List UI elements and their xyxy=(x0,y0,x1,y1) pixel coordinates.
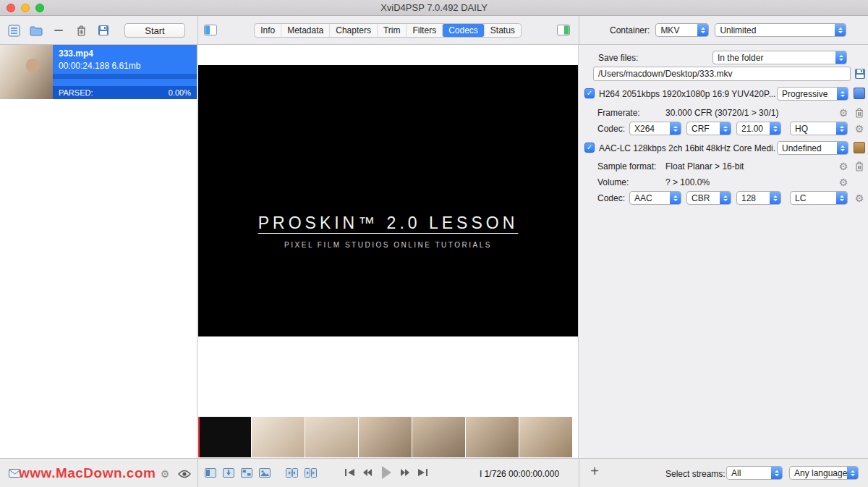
tab-metadata[interactable]: Metadata xyxy=(281,24,329,37)
split-screen-icon[interactable] xyxy=(286,468,298,478)
stepper-arrows-icon xyxy=(670,192,681,204)
volume-row: Volume: ? > 100.0% ⚙ xyxy=(579,175,868,190)
tab-chapters[interactable]: Chapters xyxy=(329,24,377,37)
scan-mode-select[interactable]: Progressive xyxy=(777,87,848,101)
video-preview[interactable]: PROSKIN™ 2.0 LESSON PIXEL FILM STUDIOS O… xyxy=(198,65,578,336)
gear-icon[interactable]: ⚙ xyxy=(838,177,849,188)
container-select[interactable]: MKV xyxy=(655,23,709,37)
add-stream-button[interactable]: + xyxy=(587,463,602,480)
sample-format-row: Sample format: Float Planar > 16-bit ⚙ xyxy=(579,159,868,174)
filmstrip-thumbnail[interactable] xyxy=(305,417,358,457)
tab-filters[interactable]: Filters xyxy=(406,24,442,37)
audio-ratemode-select[interactable]: CBR xyxy=(686,191,731,205)
container-group: Container: MKV Unlimited xyxy=(610,23,846,37)
streams-select[interactable]: All xyxy=(726,466,783,480)
toggle-settings-icon[interactable] xyxy=(557,25,570,35)
size-limit-select[interactable]: Unlimited xyxy=(715,23,846,37)
filmstrip-thumbnail[interactable] xyxy=(198,417,251,457)
save-location-select[interactable]: In the folder xyxy=(712,51,847,64)
filmstrip-thumbnail[interactable] xyxy=(252,417,305,457)
audio-stream-header: AAC-LC 128kbps 2ch 16bit 48kHz Core Medi… xyxy=(599,141,775,156)
audio-codec-select[interactable]: AAC xyxy=(629,191,681,205)
preview-window-icon[interactable] xyxy=(205,468,216,478)
stepper-arrows-icon xyxy=(770,122,780,135)
tab-codecs[interactable]: Codecs xyxy=(442,24,484,37)
compare-source-icon[interactable] xyxy=(305,468,317,478)
video-quality-select[interactable]: 21.00 xyxy=(736,122,781,135)
screenshot-icon[interactable] xyxy=(223,468,234,478)
start-button[interactable]: Start xyxy=(124,23,185,38)
skip-end-button[interactable] xyxy=(417,468,427,477)
settings-panel: Save files: In the folder ✓ H264 2051kbp… xyxy=(579,45,868,458)
minus-icon xyxy=(54,30,63,31)
sample-format-value: Float Planar > 16-bit xyxy=(665,159,744,174)
gear-icon[interactable]: ⚙ xyxy=(838,107,849,119)
gear-icon[interactable]: ⚙ xyxy=(838,161,849,172)
eye-icon[interactable] xyxy=(178,470,191,478)
audio-language-select[interactable]: Undefined xyxy=(777,141,848,155)
trash-icon[interactable] xyxy=(75,24,88,37)
audio-codec-label: Codec: xyxy=(597,191,625,206)
video-stream-icon[interactable] xyxy=(854,88,865,99)
video-ratemode-select[interactable]: CRF xyxy=(686,122,731,135)
filmstrip-playhead xyxy=(198,417,200,457)
filmstrip-thumbnail[interactable] xyxy=(466,417,519,457)
save-path-icon[interactable] xyxy=(854,68,866,80)
framerate-value: 30.000 CFR (30720/1 > 30/1) xyxy=(665,106,778,120)
remove-file-icon[interactable] xyxy=(52,24,65,37)
main-toolbar: Start Info Metadata Chapters Trim Filter… xyxy=(0,16,868,45)
trash-icon[interactable] xyxy=(854,107,865,119)
check-icon: ✓ xyxy=(587,90,592,97)
tab-trim[interactable]: Trim xyxy=(377,24,407,37)
tab-info[interactable]: Info xyxy=(255,24,281,37)
bottombar-divider xyxy=(579,459,579,487)
compare-tools-group xyxy=(286,468,317,478)
gear-icon[interactable]: ⚙ xyxy=(854,192,865,204)
audio-stream-icon[interactable] xyxy=(854,142,865,153)
mail-icon[interactable] xyxy=(9,469,21,478)
video-codec-select[interactable]: X264 xyxy=(629,122,681,135)
audio-profile-select[interactable]: LC xyxy=(790,191,848,205)
video-stream-row: ✓ H264 2051kbps 1920x1080p 16:9 YUV420P.… xyxy=(579,87,868,102)
close-window-button[interactable] xyxy=(7,4,15,12)
minimize-window-button[interactable] xyxy=(21,4,30,12)
video-stream-checkbox[interactable]: ✓ xyxy=(584,88,595,98)
file-list-item[interactable]: 333.mp4 00:00:24.188 6.61mb PARSED: 0.00… xyxy=(0,45,197,99)
filmstrip-thumbnail[interactable] xyxy=(412,417,465,457)
file-info: 333.mp4 00:00:24.188 6.61mb PARSED: 0.00… xyxy=(53,45,197,99)
skip-start-button[interactable] xyxy=(345,468,355,477)
save-job-icon[interactable] xyxy=(97,24,110,37)
stepper-arrows-icon xyxy=(720,192,731,204)
filmstrip-thumbnail[interactable] xyxy=(519,417,572,457)
stepper-arrows-icon xyxy=(836,122,847,135)
play-button[interactable] xyxy=(380,465,393,480)
video-preset-select[interactable]: HQ xyxy=(790,122,848,135)
stepper-arrows-icon xyxy=(770,192,780,204)
video-title-text: PROSKIN™ 2.0 LESSON xyxy=(198,213,578,233)
save-frame-icon[interactable] xyxy=(259,468,271,478)
output-path-input[interactable] xyxy=(593,67,851,81)
stepper-arrows-icon xyxy=(835,51,846,64)
filmstrip[interactable] xyxy=(198,417,578,457)
zoom-window-button[interactable] xyxy=(35,4,44,12)
filmstrip-thumbnail[interactable] xyxy=(359,417,412,457)
parse-status-label: PARSED: xyxy=(59,88,93,97)
job-list-icon[interactable] xyxy=(7,24,20,37)
tab-status[interactable]: Status xyxy=(484,24,521,37)
audio-bitrate-select[interactable]: 128 xyxy=(736,191,781,205)
prev-frame-button[interactable] xyxy=(362,468,373,477)
output-path-row xyxy=(579,67,868,82)
open-file-icon[interactable] xyxy=(30,24,43,37)
check-icon: ✓ xyxy=(587,144,592,151)
audio-stream-checkbox[interactable]: ✓ xyxy=(584,143,595,153)
stepper-arrows-icon xyxy=(835,24,846,36)
language-select[interactable]: Any language xyxy=(789,466,859,480)
gear-icon[interactable]: ⚙ xyxy=(854,123,865,135)
frame-counter: I 1/726 00:00:00.000 xyxy=(480,469,559,479)
next-frame-button[interactable] xyxy=(400,468,410,477)
file-toolbar-group xyxy=(7,24,110,37)
trash-icon[interactable] xyxy=(854,161,865,172)
gear-icon[interactable]: ⚙ xyxy=(159,468,171,480)
multi-screenshot-icon[interactable] xyxy=(241,468,252,478)
toggle-filelist-icon[interactable] xyxy=(204,25,217,35)
